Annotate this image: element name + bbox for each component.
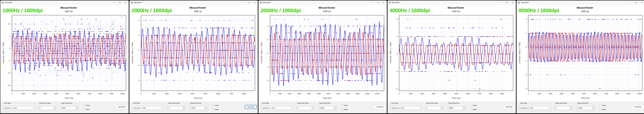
chevron-down-icon [290, 107, 291, 108]
spin-down-icon[interactable]: ▼ [76, 108, 78, 110]
close-button[interactable]: ✕ [510, 0, 516, 5]
maximize-button[interactable] [504, 0, 510, 5]
checkbox-box[interactable] [600, 109, 601, 110]
spinner-arrows[interactable]: ▲▼ [205, 106, 207, 110]
data-point-start-input[interactable]: 0 ▲▼ [555, 106, 572, 110]
close-icon: ✕ [125, 2, 126, 4]
spin-down-icon[interactable]: ▼ [463, 108, 465, 110]
plot-type-dropdown[interactable]: xyCount vs. Time [520, 106, 550, 110]
spin-down-icon[interactable]: ▼ [570, 108, 572, 110]
lines-checkbox[interactable]: Lines [470, 104, 477, 106]
checkbox-box[interactable] [600, 104, 601, 106]
maximize-button[interactable] [375, 0, 381, 5]
chart-title: MouseTester [528, 6, 642, 9]
checkbox-box[interactable] [470, 104, 472, 106]
stem-checkbox[interactable]: Stem [212, 108, 218, 110]
save-png-button[interactable]: SavePNG [374, 105, 386, 109]
plot-type-dropdown[interactable]: xyCount vs. Time [391, 106, 421, 110]
spin-down-icon[interactable]: ▼ [205, 108, 207, 110]
spin-up-icon[interactable]: ▲ [312, 106, 314, 108]
checkbox-box[interactable] [83, 109, 85, 110]
spinner-arrows[interactable]: ▲▼ [592, 106, 594, 110]
spin-up-icon[interactable]: ▲ [76, 106, 78, 108]
plot-type-dropdown[interactable]: xyCount vs. Time [133, 106, 163, 110]
spinner-arrows[interactable]: ▲▼ [334, 106, 336, 110]
spinner-arrows[interactable]: ▲▼ [54, 106, 56, 110]
data-point-end-input[interactable]: 9938 ▲▼ [61, 106, 78, 110]
spin-up-icon[interactable]: ▲ [570, 106, 572, 108]
plot-type-group-label: Plot Type [520, 102, 528, 104]
checkbox-box[interactable] [212, 109, 214, 110]
data-point-start-input[interactable]: 0 ▲▼ [297, 106, 314, 110]
data-point-end-input[interactable]: 57448 ▲▼ [577, 106, 594, 110]
save-png-button[interactable]: SavePNG [632, 105, 644, 109]
client-area: 2000Hz / 1000dpi MouseTester 1000 cpi Pl… [258, 5, 387, 113]
spin-up-icon[interactable]: ▲ [183, 106, 185, 108]
close-button[interactable]: ✕ [252, 0, 258, 5]
control-bar: Plot Type xyCount vs. Time Data Point St… [130, 102, 258, 113]
minimize-button[interactable] [240, 0, 246, 5]
maximize-button[interactable] [117, 0, 122, 5]
spin-up-icon[interactable]: ▲ [334, 106, 336, 108]
close-button[interactable]: ✕ [381, 0, 386, 5]
spinner-arrows[interactable]: ▲▼ [440, 106, 443, 110]
spinner-arrows[interactable]: ▲▼ [463, 106, 465, 110]
data-point-end-input[interactable]: 13992 ▲▼ [319, 106, 336, 110]
spin-up-icon[interactable]: ▲ [592, 106, 594, 108]
titlebar[interactable]: MousePlot ✕ [516, 0, 644, 5]
save-png-button[interactable]: SavePNG [116, 105, 128, 109]
maximize-button[interactable] [246, 0, 252, 5]
spinner-arrows[interactable]: ▲▼ [312, 106, 314, 110]
save-png-button[interactable]: SavePNG [503, 105, 514, 109]
close-icon: ✕ [641, 2, 642, 4]
minimize-button[interactable] [498, 0, 504, 5]
spin-down-icon[interactable]: ▼ [54, 108, 56, 110]
lines-checkbox[interactable]: Lines [600, 104, 606, 106]
save-png-button[interactable]: SavePNG [245, 105, 256, 109]
titlebar[interactable]: MousePlot ✕ [388, 0, 516, 5]
spin-up-icon[interactable]: ▲ [54, 106, 56, 108]
minimize-button[interactable] [369, 0, 375, 5]
spin-up-icon[interactable]: ▲ [205, 106, 207, 108]
spin-up-icon[interactable]: ▲ [463, 106, 465, 108]
checkbox-box[interactable] [341, 104, 343, 106]
data-point-start-input[interactable]: 0 ▲▼ [168, 106, 185, 110]
titlebar[interactable]: MousePlot ✕ [130, 0, 258, 5]
data-point-start-input[interactable]: 0 ▲▼ [426, 106, 443, 110]
data-point-end-input[interactable]: 17816 ▲▼ [190, 106, 207, 110]
spinner-arrows[interactable]: ▲▼ [570, 106, 572, 110]
spin-down-icon[interactable]: ▼ [334, 108, 336, 110]
minimize-button[interactable] [627, 0, 633, 5]
data-point-end-input[interactable]: 39008 ▲▼ [448, 106, 465, 110]
maximize-button[interactable] [633, 0, 639, 5]
spin-down-icon[interactable]: ▼ [312, 108, 314, 110]
checkbox-box[interactable] [212, 104, 214, 106]
data-point-start-input[interactable]: 0 ▲▼ [39, 106, 56, 110]
stem-checkbox[interactable]: Stem [470, 108, 477, 110]
spin-down-icon[interactable]: ▼ [441, 108, 443, 110]
close-button[interactable]: ✕ [122, 0, 128, 5]
titlebar[interactable]: MousePlot ✕ [0, 0, 129, 5]
checkbox-box[interactable] [341, 109, 343, 110]
spin-down-icon[interactable]: ▼ [592, 108, 594, 110]
chevron-down-icon [32, 107, 33, 108]
stem-checkbox[interactable]: Stem [83, 108, 90, 110]
spinner-arrows[interactable]: ▲▼ [76, 106, 78, 110]
plot-type-dropdown[interactable]: xyCount vs. Time [262, 106, 292, 110]
checkbox-box[interactable] [83, 104, 85, 106]
minimize-icon [113, 2, 115, 3]
lines-checkbox[interactable]: Lines [83, 104, 90, 106]
spinner-arrows[interactable]: ▲▼ [182, 106, 185, 110]
stem-checkbox[interactable]: Stem [341, 108, 348, 110]
spin-down-icon[interactable]: ▼ [183, 108, 185, 110]
titlebar[interactable]: MousePlot ✕ [258, 0, 387, 5]
lines-checkbox[interactable]: Lines [212, 104, 219, 106]
plot-type-dropdown[interactable]: xyCount vs. Time [4, 106, 34, 110]
stem-checkbox[interactable]: Stem [600, 108, 606, 110]
checkbox-box[interactable] [470, 109, 472, 110]
lines-checkbox[interactable]: Lines [341, 104, 348, 106]
spin-up-icon[interactable]: ▲ [441, 106, 443, 108]
minimize-button[interactable] [111, 0, 117, 5]
window-buttons: ✕ [627, 0, 644, 5]
close-button[interactable]: ✕ [639, 0, 644, 5]
